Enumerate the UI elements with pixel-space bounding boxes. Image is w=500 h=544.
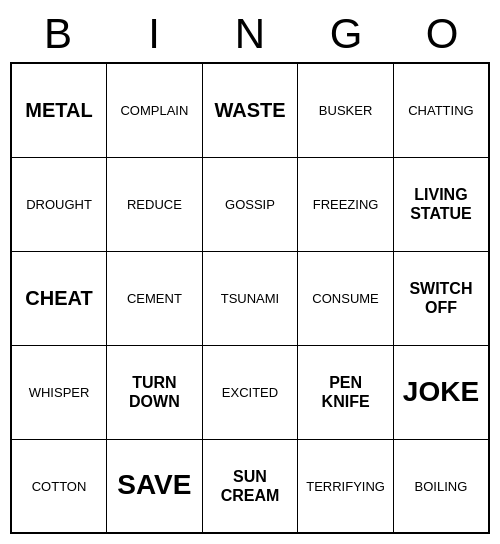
- cell-content: SUNCREAM: [221, 468, 280, 504]
- table-cell: SAVE: [107, 439, 203, 533]
- cell-content: BUSKER: [319, 103, 372, 118]
- table-cell: TURNDOWN: [107, 345, 203, 439]
- table-cell: TERRIFYING: [298, 439, 394, 533]
- cell-content: BOILING: [415, 479, 468, 494]
- cell-content: REDUCE: [127, 197, 182, 212]
- table-row: WHISPERTURNDOWNEXCITEDPENKNIFEJOKE: [11, 345, 489, 439]
- header-letter: N: [202, 10, 298, 58]
- cell-content: TURNDOWN: [129, 374, 180, 410]
- cell-content: CHEAT: [25, 287, 92, 309]
- bingo-header: BINGO: [10, 10, 490, 58]
- table-cell: CHEAT: [11, 251, 107, 345]
- cell-content: JOKE: [403, 376, 479, 407]
- table-cell: CONSUME: [298, 251, 394, 345]
- table-cell: GOSSIP: [202, 157, 298, 251]
- bingo-grid: METALCOMPLAINWASTEBUSKERCHATTINGDROUGHTR…: [10, 62, 490, 534]
- table-cell: EXCITED: [202, 345, 298, 439]
- table-row: METALCOMPLAINWASTEBUSKERCHATTING: [11, 63, 489, 157]
- table-cell: COTTON: [11, 439, 107, 533]
- table-cell: WHISPER: [11, 345, 107, 439]
- table-cell: DROUGHT: [11, 157, 107, 251]
- header-letter: B: [10, 10, 106, 58]
- cell-content: TSUNAMI: [221, 291, 280, 306]
- cell-content: CONSUME: [312, 291, 378, 306]
- cell-content: LIVINGSTATUE: [410, 186, 472, 222]
- table-cell: LIVINGSTATUE: [393, 157, 489, 251]
- table-cell: JOKE: [393, 345, 489, 439]
- table-cell: CHATTING: [393, 63, 489, 157]
- cell-content: TERRIFYING: [306, 479, 385, 494]
- cell-content: SWITCHOFF: [409, 280, 472, 316]
- table-cell: PENKNIFE: [298, 345, 394, 439]
- table-cell: WASTE: [202, 63, 298, 157]
- table-cell: CEMENT: [107, 251, 203, 345]
- table-row: COTTONSAVESUNCREAMTERRIFYINGBOILING: [11, 439, 489, 533]
- table-cell: COMPLAIN: [107, 63, 203, 157]
- table-row: CHEATCEMENTTSUNAMICONSUMESWITCHOFF: [11, 251, 489, 345]
- table-cell: SWITCHOFF: [393, 251, 489, 345]
- cell-content: EXCITED: [222, 385, 278, 400]
- table-cell: BUSKER: [298, 63, 394, 157]
- cell-content: WHISPER: [29, 385, 90, 400]
- header-letter: I: [106, 10, 202, 58]
- cell-content: SAVE: [117, 469, 191, 500]
- cell-content: GOSSIP: [225, 197, 275, 212]
- table-cell: REDUCE: [107, 157, 203, 251]
- header-letter: G: [298, 10, 394, 58]
- cell-content: WASTE: [214, 99, 285, 121]
- cell-content: COMPLAIN: [120, 103, 188, 118]
- cell-content: CEMENT: [127, 291, 182, 306]
- header-letter: O: [394, 10, 490, 58]
- cell-content: CHATTING: [408, 103, 473, 118]
- table-row: DROUGHTREDUCEGOSSIPFREEZINGLIVINGSTATUE: [11, 157, 489, 251]
- table-cell: BOILING: [393, 439, 489, 533]
- cell-content: METAL: [25, 99, 92, 121]
- table-cell: METAL: [11, 63, 107, 157]
- cell-content: FREEZING: [313, 197, 379, 212]
- cell-content: DROUGHT: [26, 197, 92, 212]
- table-cell: TSUNAMI: [202, 251, 298, 345]
- table-cell: SUNCREAM: [202, 439, 298, 533]
- cell-content: PENKNIFE: [322, 374, 370, 410]
- cell-content: COTTON: [32, 479, 87, 494]
- table-cell: FREEZING: [298, 157, 394, 251]
